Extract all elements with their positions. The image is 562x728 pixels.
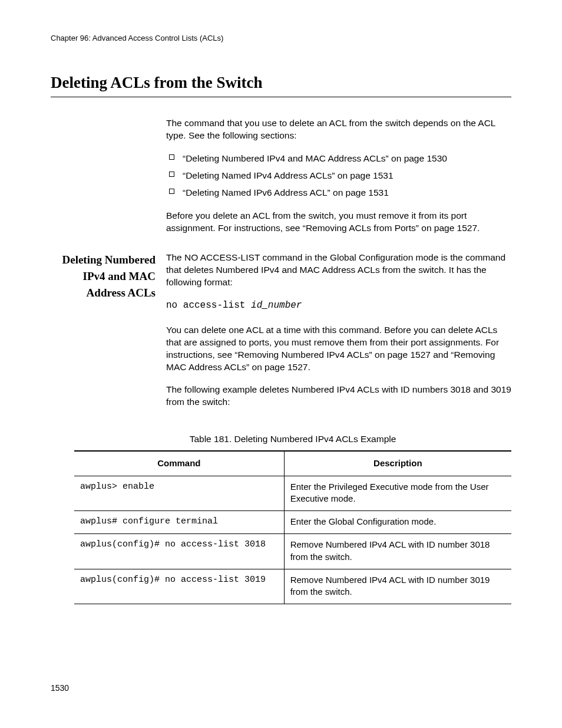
table-row: awplus(config)# no access-list 3019 Remo… [74,569,511,604]
table-row: awplus> enable Enter the Privileged Exec… [74,476,511,511]
command-table: Command Description awplus> enable Enter… [74,450,511,604]
table-caption: Table 181. Deleting Numbered IPv4 ACLs E… [74,433,511,446]
sub-paragraph-1: The NO ACCESS-LIST command in the Global… [166,252,511,289]
bullet-text: “Deleting Named IPv6 Address ACL” on pag… [183,187,389,197]
bullet-icon [169,154,174,160]
running-header: Chapter 96: Advanced Access Control List… [51,33,511,44]
code-command: no access-list [166,300,251,311]
table-cell-description: Remove Numbered IPv4 ACL with ID number … [284,569,511,604]
table-row: awplus# configure terminal Enter the Glo… [74,511,511,534]
table-cell-command: awplus# configure terminal [74,511,284,534]
page-title: Deleting ACLs from the Switch [51,72,511,97]
sub-paragraph-2: You can delete one ACL at a time with th… [166,324,511,374]
bullet-item: “Deleting Numbered IPv4 and MAC Address … [166,153,511,165]
bullet-icon [169,189,174,194]
page-number: 1530 [51,683,69,694]
intro-paragraph-1: The command that you use to delete an AC… [166,117,511,142]
table-cell-command: awplus> enable [74,476,284,511]
table-header-description: Description [284,451,511,476]
table-cell-description: Enter the Privileged Executive mode from… [284,476,511,511]
intro-paragraph-2: Before you delete an ACL from the switch… [166,210,511,235]
intro-bullets: “Deleting Numbered IPv4 and MAC Address … [166,153,511,199]
table-cell-description: Enter the Global Configuration mode. [284,511,511,534]
table-cell-command: awplus(config)# no access-list 3018 [74,534,284,569]
bullet-icon [169,172,174,177]
table-cell-command: awplus(config)# no access-list 3019 [74,569,284,604]
code-argument: id_number [251,300,302,311]
table-row: awplus(config)# no access-list 3018 Remo… [74,534,511,569]
subsection-heading: Deleting Numbered IPv4 and MAC Address A… [51,252,166,301]
table-cell-description: Remove Numbered IPv4 ACL with ID number … [284,534,511,569]
sub-paragraph-3: The following example deletes Numbered I… [166,384,511,409]
bullet-item: “Deleting Named IPv6 Address ACL” on pag… [166,187,511,199]
bullet-item: “Deleting Named IPv4 Address ACLs” on pa… [166,170,511,182]
table-header-command: Command [74,451,284,476]
intro-block: The command that you use to delete an AC… [166,117,511,234]
bullet-text: “Deleting Named IPv4 Address ACLs” on pa… [183,170,394,180]
bullet-text: “Deleting Numbered IPv4 and MAC Address … [183,153,447,163]
subsection-body: The NO ACCESS-LIST command in the Global… [166,252,511,419]
subsection: Deleting Numbered IPv4 and MAC Address A… [51,252,511,419]
code-syntax: no access-list id_number [166,299,511,312]
